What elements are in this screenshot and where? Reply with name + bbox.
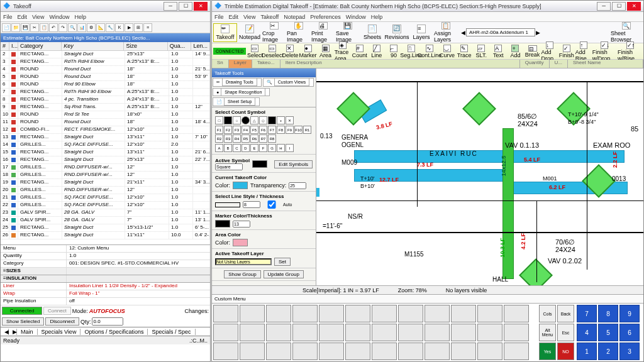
tool-count[interactable]: #Count <box>352 45 368 58</box>
tool-contline[interactable]: ∿Cont.Line <box>421 45 438 58</box>
grid-row[interactable]: 10ROUNDRnd St Tee18"x0"1.0 <box>1 111 210 119</box>
key-7[interactable]: 7 <box>577 305 597 322</box>
grid-row[interactable]: 12COMBO-FI...RECT. FIRE/SMOKE...12"x10"1… <box>1 126 210 134</box>
tool-text[interactable]: AText <box>490 45 506 58</box>
palette-item[interactable] <box>398 305 423 322</box>
palette-item[interactable] <box>504 305 529 322</box>
sym-circle[interactable]: ○ <box>233 116 241 124</box>
palette-item[interactable] <box>292 305 318 322</box>
palette-item[interactable] <box>398 324 423 341</box>
val-menu[interactable]: 12: Custom Menu <box>67 245 210 252</box>
tb-icon[interactable]: ✂ <box>30 23 39 32</box>
line-thick-input[interactable] <box>243 201 260 208</box>
grid-row[interactable]: 15RECTANG...Straight Duct13"x11"1.021' 6… <box>1 149 210 156</box>
palette-item[interactable] <box>504 343 529 360</box>
val-cat[interactable]: 001: DESIGN SPEC. #1-STD.COMMERCIAL HV <box>67 260 210 267</box>
tool-trace-area[interactable]: ◈Trace Area <box>335 41 351 62</box>
palette-item[interactable] <box>319 324 344 341</box>
tool-takeoff[interactable]: ✏Takeoff <box>213 23 237 42</box>
area-swatch[interactable] <box>233 239 248 246</box>
grid-row[interactable]: 16RECTANG...Straight Duct25"x13"1.022' 7… <box>1 156 210 164</box>
tool-marker[interactable]: ●Marker <box>299 45 317 58</box>
tool-add[interactable]: +Add <box>507 45 523 58</box>
palette-item[interactable] <box>477 305 502 322</box>
sym-G[interactable]: G <box>268 144 276 152</box>
sym-C[interactable]: C <box>233 144 241 152</box>
connect-button[interactable]: Connect <box>43 307 71 315</box>
val-liner[interactable]: Insulation Liner 1 1/2# Density - 1/2" -… <box>67 283 210 290</box>
edit-symbols-button[interactable]: Edit Symbols <box>274 160 313 168</box>
canvas-slider[interactable] <box>316 188 319 197</box>
palette-item[interactable] <box>504 324 529 341</box>
palette-item[interactable] <box>451 343 476 360</box>
grid-row[interactable]: 22GRILLES...SQ.FACE DIFFUSE...12"x10"1.0 <box>1 202 210 209</box>
grid-row[interactable]: 8RECTANG...4 pc. TransitionA:24"x13" B:.… <box>1 96 210 104</box>
sym-D[interactable]: D <box>242 144 250 152</box>
takeoff-tools-header[interactable]: Takeoff Tools <box>212 69 316 77</box>
grid-row[interactable]: 18GRILLES...RND.DIFFUSER-w/...12"1.0 <box>1 172 210 179</box>
tool-finish-rise[interactable]: ✓↑Finish w/Rise <box>618 41 642 62</box>
palette-item[interactable] <box>477 343 502 360</box>
tb-icon[interactable]: 🔧 <box>106 23 114 32</box>
palette-item[interactable] <box>425 324 450 341</box>
sym-diamond[interactable]: ◇ <box>259 116 267 124</box>
lbl-sizes[interactable]: ≡SIZES <box>1 268 67 275</box>
tab-shape-rec[interactable]: ● Shape Recognition <box>213 88 270 96</box>
tb-icon[interactable]: ↶ <box>49 23 58 32</box>
tool-trace[interactable]: ✎Trace <box>456 45 472 58</box>
grid-row[interactable]: 14GRILLES...SQ.FACE DIFFUSE...12"x10"2.0 <box>1 141 210 149</box>
color-swatch[interactable] <box>233 182 248 189</box>
palette-item[interactable] <box>477 324 502 341</box>
marker-swatch[interactable] <box>215 220 230 228</box>
menu-window[interactable]: Window <box>49 14 69 20</box>
marker-thick-input[interactable] <box>233 221 250 228</box>
sym-F7[interactable]: F7 <box>268 126 276 134</box>
key-6[interactable]: 6 <box>619 324 640 341</box>
sym-I[interactable]: I <box>286 144 294 152</box>
sym-circle-f[interactable] <box>242 116 250 124</box>
sym-F9[interactable]: F9 <box>286 126 294 134</box>
sym-F5[interactable]: F5 <box>250 126 258 134</box>
sym-F4[interactable]: F4 <box>242 126 250 134</box>
palette-item[interactable] <box>345 324 370 341</box>
esc-button[interactable]: Esc <box>557 324 574 341</box>
sym-E[interactable]: E <box>250 144 258 152</box>
duct[interactable] <box>354 169 505 182</box>
palette-item[interactable] <box>345 343 370 360</box>
tool-finish-drop[interactable]: ✓↓Finish w/Drop <box>592 41 617 62</box>
grid-row[interactable]: 2RECTANG...Straight Duct25"x13"1.014' 9.… <box>1 51 210 58</box>
palette-item[interactable] <box>213 305 238 322</box>
sym-R2[interactable]: R2 <box>215 134 223 143</box>
tb-icon[interactable]: 📄 <box>2 23 11 32</box>
titlebar-right[interactable]: 🔷 Trimble Estimation Digital Takeoff - [… <box>212 1 643 12</box>
tb-icon[interactable]: 📐 <box>96 23 105 32</box>
grid-row[interactable]: 25RECTANG...Straight Duct15"x13-1/2"1.06… <box>1 224 210 232</box>
menu-window[interactable]: Window <box>346 14 366 20</box>
grid-row[interactable]: 9RECTANG...Sq-Rnd Trans.A:25"x13" B:...1… <box>1 104 210 111</box>
menu-edit[interactable]: Edit <box>229 14 239 20</box>
tool-save[interactable]: 💾Save Image <box>336 23 360 42</box>
sym-R1[interactable]: R1 <box>303 126 311 134</box>
tool-select[interactable]: ▭Select <box>247 45 263 58</box>
tool-delete[interactable]: ✕Delete <box>282 45 298 58</box>
set-button[interactable]: Set <box>274 258 291 266</box>
tab-sheet-setup[interactable]: 📄 Sheet Setup <box>213 97 260 106</box>
key-3[interactable]: 3 <box>619 343 640 360</box>
col-icon[interactable]: I... <box>9 42 18 50</box>
palette-item[interactable] <box>240 343 265 360</box>
tool-90[interactable]: ⌐90 <box>386 45 402 58</box>
palette-item[interactable] <box>213 343 238 360</box>
palette-item[interactable] <box>266 343 291 360</box>
sym-R8[interactable]: R8 <box>268 134 276 143</box>
tb-icon[interactable]: ⚙ <box>87 23 96 32</box>
palette-item[interactable] <box>372 324 397 341</box>
col-key[interactable]: Key <box>62 42 124 50</box>
palette-item[interactable] <box>240 324 265 341</box>
sym-rect-f[interactable] <box>268 116 276 124</box>
minimize-button[interactable]: ─ <box>597 2 611 11</box>
sym-H[interactable]: H <box>277 144 285 152</box>
tool-finish[interactable]: ✓Finish <box>558 45 575 58</box>
tool-crop[interactable]: ✂Crop Image <box>262 23 286 42</box>
tab-drawing[interactable]: ✏ Drawing Tools <box>213 78 262 87</box>
palette-item[interactable] <box>398 343 423 360</box>
